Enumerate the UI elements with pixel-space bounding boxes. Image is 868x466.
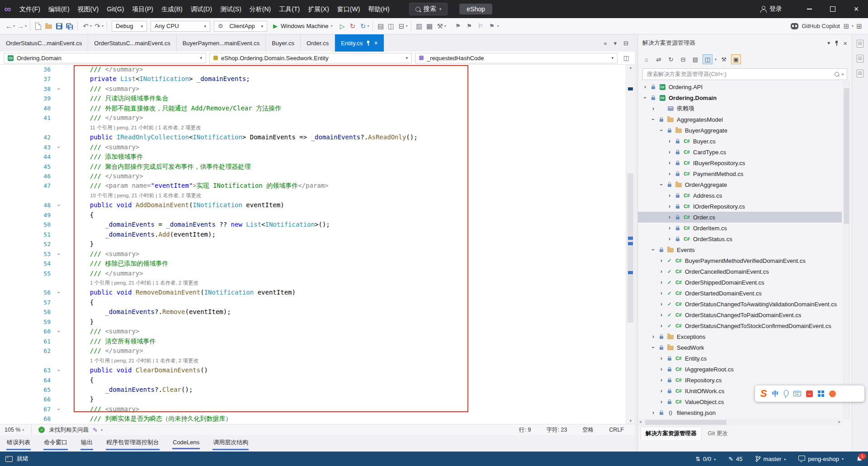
code-text[interactable]: /// </summary> xyxy=(67,65,143,74)
code-line[interactable]: 52 } xyxy=(0,239,626,249)
code-line[interactable]: 39 /// 只读访问领域事件集合 xyxy=(0,94,626,103)
expand-arrow-icon[interactable]: › xyxy=(659,377,664,383)
code-text[interactable]: /// 聚合内部操作完成后可发布事件，供事件处理器处理 xyxy=(67,162,250,171)
pin-icon[interactable] xyxy=(366,40,370,46)
code-text[interactable]: /// 清空所有领域事件 xyxy=(67,337,156,346)
document-tab[interactable]: Buyer.cs xyxy=(266,34,301,52)
expand-arrow-icon[interactable]: › xyxy=(659,399,664,405)
expand-arrow-icon[interactable]: › xyxy=(659,323,664,329)
expand-arrow-icon[interactable]: › xyxy=(659,257,664,264)
code-text[interactable]: { xyxy=(67,298,94,307)
expand-arrow-icon[interactable]: › xyxy=(667,203,672,209)
solution-name-badge[interactable]: eShop xyxy=(459,4,492,14)
collapse-arrow-icon[interactable]: › xyxy=(651,344,656,351)
previous-bookmark-icon[interactable]: ⚐ xyxy=(476,20,486,32)
indentation-indicator[interactable]: 空格 xyxy=(582,426,594,434)
type-dropdown[interactable]: eShop.Ordering.Domain.Seedwork.Entity ▾ xyxy=(209,53,412,63)
fold-chevron-icon[interactable]: › xyxy=(51,327,67,336)
line-number[interactable]: 65 xyxy=(0,385,51,395)
line-number[interactable]: 42 xyxy=(0,133,51,142)
line-number[interactable]: 45 xyxy=(0,162,51,171)
solution-explorer-vertical-scrollbar[interactable] xyxy=(843,81,850,419)
project-dropdown[interactable]: C# Ordering.Domain ▾ xyxy=(4,53,206,63)
line-number[interactable]: 59 xyxy=(0,317,51,327)
keyboard-icon[interactable] xyxy=(793,391,801,396)
properties-icon[interactable]: ⚒ xyxy=(719,54,729,64)
code-line[interactable]: 45 /// 聚合内部操作完成后可发布事件，供事件处理器处理 xyxy=(0,162,626,171)
tree-item[interactable]: ›C#CardType.cs xyxy=(638,147,842,157)
start-debugging-button[interactable]: ▶ Windows Machine ▾ xyxy=(269,23,337,29)
code-text[interactable]: _domainEvents?.Clear(); xyxy=(67,385,193,395)
code-text[interactable]: } xyxy=(67,395,94,404)
tree-item[interactable]: ›C#PaymentMethod.cs xyxy=(638,168,842,179)
expand-arrow-icon[interactable]: › xyxy=(659,355,664,361)
build-tools-icon[interactable]: ⚒ xyxy=(435,20,445,32)
maximize-button[interactable] xyxy=(821,0,844,18)
expand-arrow-icon[interactable]: › xyxy=(667,236,672,242)
menu-item[interactable]: 窗口(W) xyxy=(333,0,364,18)
pin-icon[interactable] xyxy=(835,40,839,46)
code-text[interactable]: _domainEvents.Add(eventItem); xyxy=(67,230,216,239)
panel-tab[interactable]: 程序包管理器控制台 xyxy=(106,437,160,450)
expand-arrow-icon[interactable]: › xyxy=(659,268,664,275)
code-line[interactable]: 65 _domainEvents?.Clear(); xyxy=(0,385,626,395)
tree-item[interactable]: ›SeedWork xyxy=(638,342,842,353)
tree-item[interactable]: ›C#Address.cs xyxy=(638,190,842,201)
tree-item[interactable]: ›依赖项 xyxy=(638,103,842,114)
code-line[interactable]: 46 /// </summary> xyxy=(0,171,626,181)
code-line[interactable]: 37 private List<INotification> _domainEv… xyxy=(0,74,626,84)
expand-arrow-icon[interactable]: › xyxy=(642,84,648,90)
tree-item[interactable]: ›OrderAggregate xyxy=(638,179,842,190)
expand-arrow-icon[interactable]: › xyxy=(659,301,664,307)
code-line[interactable]: 60› /// <summary> xyxy=(0,327,626,336)
code-text[interactable]: } xyxy=(67,317,94,327)
chevron-down-icon[interactable]: ▾ xyxy=(368,24,369,28)
menu-item[interactable]: 帮助(H) xyxy=(364,0,393,18)
line-number[interactable]: 58 xyxy=(0,307,51,317)
code-line[interactable]: 43› /// <summary> xyxy=(0,143,626,152)
menu-item[interactable]: 文件(F) xyxy=(15,0,44,18)
line-number[interactable]: 40 xyxy=(0,104,51,113)
document-tab[interactable]: BuyerPaymen...mainEvent.cs xyxy=(177,34,266,52)
code-text[interactable]: /// 判断实体是否为瞬态（尚未持久化到数据库） xyxy=(67,414,231,423)
line-number[interactable]: 54 xyxy=(0,259,51,268)
window-layout-icon[interactable]: ◫ xyxy=(386,20,396,32)
chevron-down-icon[interactable]: ▾ xyxy=(444,24,446,28)
tree-item[interactable]: ›C#OrderStatus.cs xyxy=(638,233,842,244)
sync-with-active-document-icon[interactable]: ◫ xyxy=(703,54,712,64)
chevron-down-icon[interactable]: ▾ xyxy=(25,24,27,28)
show-all-files-icon[interactable]: ▤ xyxy=(690,54,700,64)
tree-item[interactable]: ›✓C#BuyerPaymentMethodVerifiedDomainEven… xyxy=(638,255,842,266)
home-icon[interactable]: ⌂ xyxy=(642,54,651,64)
code-text[interactable]: /// </summary> xyxy=(67,113,143,123)
chevron-down-icon[interactable]: ▾ xyxy=(842,72,844,76)
scrollbar-thumb[interactable] xyxy=(627,173,633,323)
line-number[interactable]: 62 xyxy=(0,346,51,356)
line-number[interactable]: 46 xyxy=(0,171,51,181)
expand-arrow-icon[interactable]: › xyxy=(667,192,672,199)
code-line[interactable]: 42 public IReadOnlyCollection<INotificat… xyxy=(0,133,626,142)
code-line[interactable]: 67› /// <summary> xyxy=(0,404,626,414)
panel-tab[interactable]: 调用层次结构 xyxy=(212,437,249,450)
open-external-icon[interactable]: ⊞ xyxy=(843,20,849,32)
code-text[interactable]: _domainEvents = _domainEvents ?? new Lis… xyxy=(67,220,330,229)
code-text[interactable]: { xyxy=(67,376,94,385)
tree-item[interactable]: ›AggregatesModel xyxy=(638,114,842,125)
minimize-button[interactable] xyxy=(797,0,821,18)
chevron-down-icon[interactable]: ▾ xyxy=(715,57,717,62)
scrollbar-thumb[interactable] xyxy=(844,88,849,224)
github-copilot-button[interactable]: GitHub Copilot ⊞ ▾ xyxy=(791,20,854,32)
start-without-debugging-icon[interactable]: ▷ xyxy=(337,20,348,32)
line-number[interactable]: 43 xyxy=(0,143,51,152)
tree-item[interactable]: ›C#OrderItem.cs xyxy=(638,223,842,233)
codelens-text[interactable]: 10 个引用 | peng, 21 小时前 | 1 名作者, 2 项更改 xyxy=(67,191,201,200)
tool-window-tab[interactable]: Git 更改 xyxy=(703,427,732,440)
expand-arrow-icon[interactable]: › xyxy=(667,225,672,231)
tree-item[interactable]: ›✓C#OrderStatusChangedToAwaitingValidati… xyxy=(638,299,842,309)
solution-explorer-search-input[interactable] xyxy=(646,71,832,78)
fold-chevron-icon[interactable]: › xyxy=(51,249,67,259)
line-number[interactable]: 47 xyxy=(0,181,51,190)
scroll-up-icon[interactable]: ▲ xyxy=(626,66,635,70)
caret-line-indicator[interactable]: 行: 9 xyxy=(519,426,531,434)
line-number[interactable]: 63 xyxy=(0,366,51,375)
